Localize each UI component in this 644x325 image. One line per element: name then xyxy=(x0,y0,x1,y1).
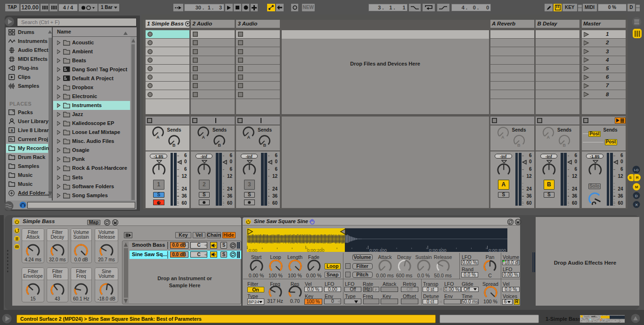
svg-text:0:00:200: 0:00:200 xyxy=(307,247,325,252)
svg-text:0:00:800: 0:00:800 xyxy=(489,247,506,252)
svg-text:D: D xyxy=(635,194,638,198)
svg-text:✕: ✕ xyxy=(635,202,638,207)
svg-text:8: 8 xyxy=(11,128,13,133)
svg-text:I-O: I-O xyxy=(634,168,638,171)
svg-text:0:00: 0:00 xyxy=(249,247,258,252)
svg-text:M: M xyxy=(635,185,638,189)
svg-text:0:00:600: 0:00:600 xyxy=(429,247,447,252)
svg-text:0:00:400: 0:00:400 xyxy=(369,247,387,252)
